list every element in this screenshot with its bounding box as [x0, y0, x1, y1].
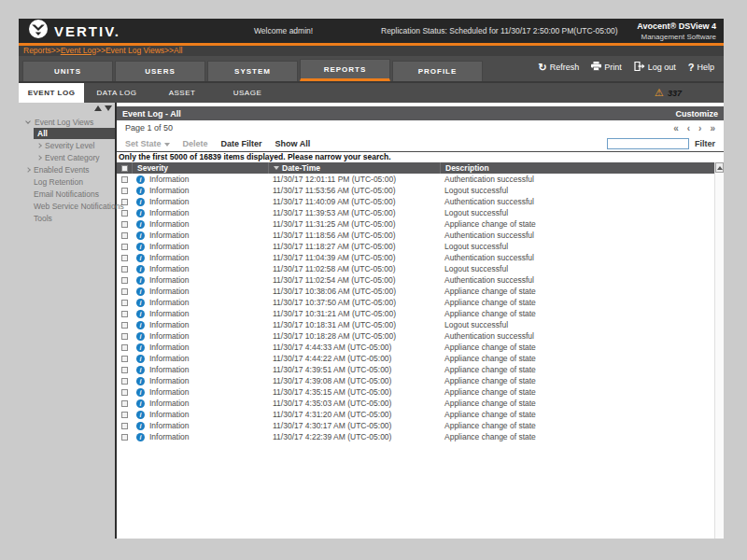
column-header-severity[interactable]: Severity [132, 162, 268, 174]
table-row[interactable]: i Information 11/30/17 10:37:50 AM (UTC-… [117, 297, 714, 308]
logout-button[interactable]: Log out [634, 62, 676, 73]
row-checkbox[interactable] [121, 244, 128, 250]
table-row[interactable]: i Information 11/30/17 10:31:21 AM (UTC-… [117, 308, 714, 319]
row-checkbox[interactable] [121, 367, 128, 373]
table-row[interactable]: i Information 11/30/17 10:18:28 AM (UTC-… [117, 330, 714, 342]
next-page-icon[interactable]: › [698, 123, 701, 133]
subtab-asset[interactable]: ASSET [149, 83, 215, 103]
tab-system[interactable]: SYSTEM [207, 61, 298, 81]
datetime-cell: 11/30/17 10:18:31 AM (UTC-05:00) [268, 320, 440, 329]
help-button[interactable]: ? Help [688, 62, 714, 73]
row-checkbox[interactable] [121, 221, 128, 228]
customize-button[interactable]: Customize [675, 109, 718, 119]
table-row[interactable]: i Information 11/30/17 4:44:33 AM (UTC-0… [117, 342, 714, 353]
table-row[interactable]: i Information 11/30/17 11:39:53 AM (UTC-… [117, 207, 714, 218]
sidebar-item-event-category[interactable]: Event Category [19, 151, 115, 163]
table-row[interactable]: i Information 11/30/17 11:04:39 AM (UTC-… [117, 252, 714, 263]
select-all-checkbox[interactable] [121, 165, 128, 172]
filter-input[interactable] [607, 138, 689, 149]
subtab-data-log[interactable]: DATA LOG [84, 83, 149, 103]
subtab-usage[interactable]: USAGE [215, 83, 280, 103]
row-checkbox[interactable] [121, 188, 128, 194]
tab-reports[interactable]: REPORTS [300, 59, 390, 81]
show-all-button[interactable]: Show All [275, 139, 311, 148]
table-row[interactable]: i Information 11/30/17 4:22:39 AM (UTC-0… [117, 431, 714, 442]
sidebar-item-log-retention[interactable]: Log Retention [19, 175, 115, 188]
refresh-icon: ↻ [538, 63, 546, 72]
scrollbar-track[interactable] [715, 173, 724, 539]
table-row[interactable]: i Information 11/30/17 4:39:51 AM (UTC-0… [117, 364, 714, 375]
datetime-cell: 11/30/17 11:18:56 AM (UTC-05:00) [268, 231, 440, 240]
sidebar-item-enabled-events[interactable]: Enabled Events [19, 163, 115, 175]
breadcrumb-link-event-log[interactable]: Event Log [61, 46, 96, 55]
row-checkbox[interactable] [121, 412, 128, 418]
alert-badge[interactable]: ⚠ 337 [655, 83, 682, 103]
row-checkbox[interactable] [121, 423, 128, 429]
row-checkbox[interactable] [121, 288, 128, 295]
refresh-button[interactable]: ↻ Refresh [538, 63, 579, 72]
table-row[interactable]: i Information 11/30/17 4:44:22 AM (UTC-0… [117, 353, 714, 364]
table-row[interactable]: i Information 11/30/17 11:31:25 AM (UTC-… [117, 218, 714, 230]
date-filter-button[interactable]: Date Filter [221, 139, 262, 148]
sidebar-item-event-log-views[interactable]: Event Log Views [19, 116, 115, 128]
row-checkbox[interactable] [121, 232, 128, 239]
table-row[interactable]: i Information 11/30/17 11:53:56 AM (UTC-… [117, 185, 714, 196]
tab-units[interactable]: UNITS [22, 61, 113, 81]
row-checkbox[interactable] [121, 434, 128, 441]
print-icon [591, 62, 601, 73]
information-icon: i [136, 299, 145, 307]
row-checkbox[interactable] [121, 400, 128, 407]
sidebar-item-severity-level[interactable]: Severity Level [19, 139, 115, 151]
tab-profile[interactable]: PROFILE [392, 61, 483, 81]
set-state-button[interactable]: Set State [125, 139, 170, 148]
table-row[interactable]: i Information 11/30/17 11:40:09 AM (UTC-… [117, 196, 714, 207]
sidebar-item-tools[interactable]: Tools [19, 212, 115, 224]
row-checkbox[interactable] [121, 356, 128, 362]
delete-button[interactable]: Delete [183, 139, 208, 148]
column-header-datetime[interactable]: Date-Time [268, 162, 440, 174]
filter-button[interactable]: Filter [695, 139, 715, 148]
table-row[interactable]: i Information 11/30/17 11:18:27 AM (UTC-… [117, 241, 714, 252]
print-button[interactable]: Print [591, 62, 622, 73]
row-checkbox[interactable] [121, 300, 128, 306]
row-checkbox[interactable] [121, 344, 128, 351]
row-checkbox[interactable] [121, 333, 128, 340]
tab-users[interactable]: USERS [115, 61, 205, 81]
table-row[interactable]: i Information 11/30/17 11:18:56 AM (UTC-… [117, 230, 714, 241]
sidebar-item-all[interactable]: All [34, 128, 115, 139]
row-checkbox[interactable] [121, 266, 128, 273]
table-row[interactable]: i Information 11/30/17 11:02:58 AM (UTC-… [117, 263, 714, 274]
row-checkbox[interactable] [121, 277, 128, 284]
table-row[interactable]: i Information 11/30/17 4:30:17 AM (UTC-0… [117, 420, 714, 431]
table-row[interactable]: i Information 11/30/17 4:35:03 AM (UTC-0… [117, 398, 714, 409]
row-checkbox[interactable] [121, 322, 128, 329]
row-checkbox[interactable] [121, 210, 128, 217]
collapse-down-icon[interactable] [105, 105, 112, 111]
last-page-icon[interactable]: » [710, 123, 715, 133]
prev-page-icon[interactable]: ‹ [687, 123, 690, 133]
subtab-event-log[interactable]: EVENT LOG [19, 83, 84, 103]
collapse-up-icon[interactable] [94, 105, 102, 111]
scrollbar-up-button[interactable] [715, 162, 724, 173]
table-row[interactable]: i Information 11/30/17 4:39:08 AM (UTC-0… [117, 375, 714, 386]
datetime-cell: 11/30/17 4:39:08 AM (UTC-05:00) [268, 376, 440, 385]
table-row[interactable]: i Information 11/30/17 10:38:06 AM (UTC-… [117, 286, 714, 297]
table-row[interactable]: i Information 11/30/17 11:02:54 AM (UTC-… [117, 274, 714, 286]
row-checkbox[interactable] [121, 311, 128, 317]
description-cell: Appliance change of state [440, 432, 714, 441]
table-row[interactable]: i Information 11/30/17 4:31:20 AM (UTC-0… [117, 409, 714, 420]
table-row[interactable]: i Information 11/30/17 4:35:15 AM (UTC-0… [117, 386, 714, 398]
table-row[interactable]: i Information 11/30/17 10:18:31 AM (UTC-… [117, 319, 714, 330]
row-checkbox[interactable] [121, 176, 128, 183]
table-row[interactable]: i Information 11/30/17 12:01:11 PM (UTC-… [117, 174, 714, 185]
sidebar-item-web-service-notifications[interactable]: Web Service Notifications [19, 200, 115, 212]
row-checkbox[interactable] [121, 378, 128, 385]
information-icon: i [136, 287, 145, 296]
sidebar-item-email-notifications[interactable]: Email Notifications [19, 188, 115, 200]
row-checkbox[interactable] [121, 255, 128, 261]
first-page-icon[interactable]: « [673, 123, 679, 133]
column-header-description[interactable]: Description [440, 162, 714, 174]
row-checkbox[interactable] [121, 389, 128, 396]
information-icon: i [136, 231, 145, 240]
severity-cell: Information [149, 231, 190, 240]
